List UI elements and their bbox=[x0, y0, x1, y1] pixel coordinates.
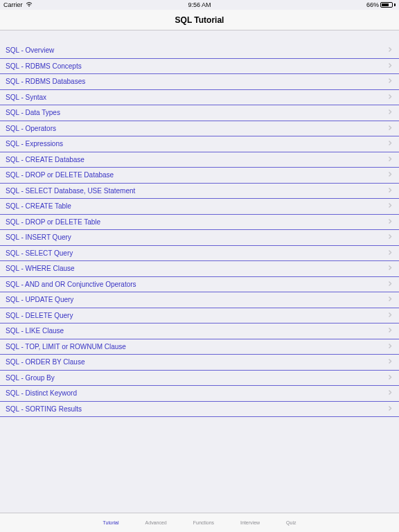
nav-bar: SQL Tutorial bbox=[0, 10, 399, 30]
chevron-right-icon bbox=[388, 389, 392, 397]
tab-tutorial[interactable]: Tutorial bbox=[103, 520, 118, 525]
status-time: 9:56 AM bbox=[188, 1, 211, 8]
list-item[interactable]: SQL - SORTING Results bbox=[0, 402, 399, 418]
tab-advanced[interactable]: Advanced bbox=[145, 520, 167, 525]
status-left: Carrier bbox=[3, 1, 33, 8]
battery-percent: 66% bbox=[366, 1, 379, 8]
list-item-label: SQL - INSERT Query bbox=[6, 233, 71, 241]
chevron-right-icon bbox=[388, 343, 392, 351]
chevron-right-icon bbox=[388, 405, 392, 413]
chevron-right-icon bbox=[388, 140, 392, 148]
list-item-label: SQL - Distinct Keyword bbox=[6, 389, 77, 397]
status-right: 66% bbox=[366, 1, 396, 8]
list-item-label: SQL - Operators bbox=[6, 125, 56, 132]
list-item-label: SQL - CREATE Table bbox=[6, 202, 71, 210]
status-bar: Carrier 9:56 AM 66% bbox=[0, 0, 399, 10]
chevron-right-icon bbox=[388, 358, 392, 366]
list-item[interactable]: SQL - Group By bbox=[0, 371, 399, 387]
tab-bar: TutorialAdvancedFunctionsInterviewQuiz bbox=[0, 513, 399, 532]
list-item[interactable]: SQL - RDBMS Databases bbox=[0, 74, 399, 90]
chevron-right-icon bbox=[388, 233, 392, 241]
list-item-label: SQL - LIKE Clause bbox=[6, 327, 64, 335]
list-item[interactable]: SQL - INSERT Query bbox=[0, 230, 399, 246]
chevron-right-icon bbox=[388, 109, 392, 116]
chevron-right-icon bbox=[388, 374, 392, 382]
list-item[interactable]: SQL - WHERE Clause bbox=[0, 261, 399, 277]
list-item[interactable]: SQL - Operators bbox=[0, 121, 399, 137]
chevron-right-icon bbox=[388, 296, 392, 303]
chevron-right-icon bbox=[388, 187, 392, 195]
chevron-right-icon bbox=[388, 171, 392, 179]
list-item-label: SQL - DELETE Query bbox=[6, 312, 73, 319]
chevron-right-icon bbox=[388, 202, 392, 210]
chevron-right-icon bbox=[388, 94, 392, 101]
list-item-label: SQL - RDBMS Concepts bbox=[6, 62, 82, 70]
page-title: SQL Tutorial bbox=[175, 15, 224, 25]
list-item[interactable]: SQL - CREATE Table bbox=[0, 199, 399, 215]
list-item-label: SQL - Syntax bbox=[6, 94, 46, 101]
list-item-label: SQL - WHERE Clause bbox=[6, 265, 75, 272]
chevron-right-icon bbox=[388, 46, 392, 54]
list-item-label: SQL - SELECT Query bbox=[6, 249, 73, 257]
list-item-label: SQL - ORDER BY Clause bbox=[6, 358, 85, 366]
chevron-right-icon bbox=[388, 156, 392, 163]
list-item[interactable]: SQL - SELECT Database, USE Statement bbox=[0, 184, 399, 200]
tab-interview[interactable]: Interview bbox=[240, 520, 260, 525]
list-item-label: SQL - AND and OR Conjunctive Operators bbox=[6, 281, 136, 288]
list-item[interactable]: SQL - DROP or DELETE Table bbox=[0, 215, 399, 231]
list-item[interactable]: SQL - Data Types bbox=[0, 105, 399, 121]
list-item[interactable]: SQL - Expressions bbox=[0, 136, 399, 152]
list-item-label: SQL - Data Types bbox=[6, 109, 60, 116]
list-item[interactable]: SQL - AND and OR Conjunctive Operators bbox=[0, 277, 399, 293]
svg-point-0 bbox=[28, 6, 30, 7]
chevron-right-icon bbox=[388, 281, 392, 288]
list-item[interactable]: SQL - TOP, LIMIT or ROWNUM Clause bbox=[0, 339, 399, 355]
list-item-label: SQL - Group By bbox=[6, 374, 55, 382]
list-item[interactable]: SQL - CREATE Database bbox=[0, 152, 399, 168]
chevron-right-icon bbox=[388, 125, 392, 132]
list-item-label: SQL - TOP, LIMIT or ROWNUM Clause bbox=[6, 343, 126, 351]
list-item[interactable]: SQL - DROP or DELETE Database bbox=[0, 168, 399, 184]
tab-functions[interactable]: Functions bbox=[193, 520, 214, 525]
battery-icon: 66% bbox=[366, 1, 396, 8]
topic-list: SQL - OverviewSQL - RDBMS ConceptsSQL - … bbox=[0, 30, 399, 417]
chevron-right-icon bbox=[388, 218, 392, 226]
list-item[interactable]: SQL - SELECT Query bbox=[0, 246, 399, 262]
list-item[interactable]: SQL - LIKE Clause bbox=[0, 323, 399, 339]
list-item-label: SQL - SORTING Results bbox=[6, 405, 82, 413]
list-item[interactable]: SQL - Overview bbox=[0, 43, 399, 59]
list-item-label: SQL - Overview bbox=[6, 46, 54, 54]
list-item[interactable]: SQL - Syntax bbox=[0, 90, 399, 106]
chevron-right-icon bbox=[388, 312, 392, 319]
chevron-right-icon bbox=[388, 265, 392, 272]
list-item[interactable]: SQL - RDBMS Concepts bbox=[0, 59, 399, 75]
list-item[interactable]: SQL - Distinct Keyword bbox=[0, 386, 399, 402]
list-item-label: SQL - UPDATE Query bbox=[6, 296, 73, 303]
list-item-label: SQL - DROP or DELETE Table bbox=[6, 218, 100, 226]
tab-quiz[interactable]: Quiz bbox=[286, 520, 296, 525]
list-item-label: SQL - RDBMS Databases bbox=[6, 78, 85, 85]
list-item[interactable]: SQL - DELETE Query bbox=[0, 308, 399, 324]
list-item-label: SQL - SELECT Database, USE Statement bbox=[6, 187, 135, 195]
wifi-icon bbox=[26, 1, 33, 8]
chevron-right-icon bbox=[388, 78, 392, 85]
list-item[interactable]: SQL - UPDATE Query bbox=[0, 292, 399, 308]
chevron-right-icon bbox=[388, 62, 392, 70]
list-item-label: SQL - CREATE Database bbox=[6, 156, 85, 163]
chevron-right-icon bbox=[388, 327, 392, 335]
list-item-label: SQL - Expressions bbox=[6, 140, 63, 148]
carrier-label: Carrier bbox=[3, 1, 23, 8]
chevron-right-icon bbox=[388, 249, 392, 257]
list-item[interactable]: SQL - ORDER BY Clause bbox=[0, 355, 399, 371]
list-item-label: SQL - DROP or DELETE Database bbox=[6, 171, 114, 179]
